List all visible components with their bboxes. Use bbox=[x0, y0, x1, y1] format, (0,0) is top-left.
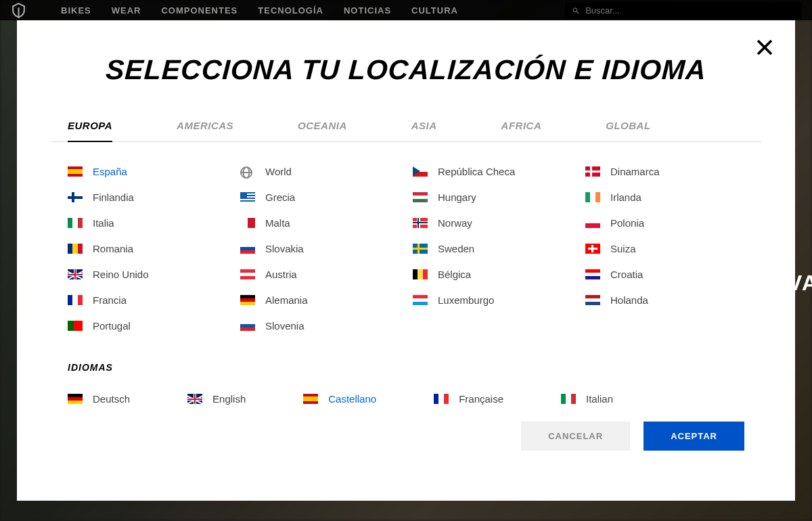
country-label: Croatia bbox=[610, 269, 643, 280]
flag-ro-icon bbox=[68, 244, 83, 254]
nav-noticias[interactable]: NOTICIAS bbox=[344, 5, 391, 16]
accept-button[interactable]: ACEPTAR bbox=[644, 422, 744, 451]
country-label: Slovakia bbox=[265, 243, 304, 254]
lang-label: Française bbox=[459, 393, 503, 405]
modal-title: SELECCIONA TU LOCALIZACIÓN E IDIOMA bbox=[50, 54, 762, 86]
country-option[interactable]: España bbox=[68, 166, 227, 177]
flag-hu-icon bbox=[413, 192, 428, 202]
tab-asia[interactable]: ASIA bbox=[411, 113, 437, 141]
flag-se-icon bbox=[413, 244, 428, 254]
flag-si-icon bbox=[240, 321, 255, 331]
flag-de-icon bbox=[240, 295, 255, 305]
nav-componentes[interactable]: COMPONENTES bbox=[161, 5, 238, 16]
nav-cultura[interactable]: CULTURA bbox=[411, 5, 458, 16]
country-option[interactable]: Polonia bbox=[585, 217, 744, 229]
country-option[interactable]: Norway bbox=[413, 217, 572, 229]
flag-fi-icon bbox=[68, 192, 83, 202]
country-label: Suiza bbox=[610, 243, 636, 254]
tab-americas[interactable]: AMERICAS bbox=[177, 113, 233, 141]
country-option[interactable]: World bbox=[240, 166, 399, 177]
country-option[interactable]: Slovenia bbox=[240, 320, 399, 332]
country-option[interactable]: Hungary bbox=[413, 191, 572, 203]
country-label: Francia bbox=[93, 294, 127, 306]
country-option[interactable]: Malta bbox=[240, 217, 399, 229]
country-label: World bbox=[265, 166, 292, 177]
country-option[interactable]: Romania bbox=[68, 243, 227, 254]
nav-tecnología[interactable]: TECNOLOGÍA bbox=[258, 5, 323, 16]
country-label: Irlanda bbox=[610, 191, 641, 203]
flag-ie-icon bbox=[585, 192, 600, 202]
country-option[interactable]: Italia bbox=[68, 217, 227, 229]
main-nav: BIKESWEARCOMPONENTESTECNOLOGÍANOTICIASCU… bbox=[61, 5, 565, 16]
country-label: Romania bbox=[93, 243, 133, 254]
flag-fr-icon bbox=[68, 295, 83, 305]
country-option[interactable]: Dinamarca bbox=[585, 166, 744, 177]
country-label: Sweden bbox=[438, 243, 474, 254]
lang-option[interactable]: English bbox=[187, 393, 246, 405]
region-tabs: EUROPAAMERICASOCEANIAASIAAFRICAGLOBAL bbox=[51, 113, 761, 142]
tab-europa[interactable]: EUROPA bbox=[68, 113, 112, 142]
country-option[interactable]: Holanda bbox=[585, 294, 744, 306]
nav-bikes[interactable]: BIKES bbox=[61, 5, 91, 16]
country-label: Finlandia bbox=[93, 191, 134, 203]
flag-at-icon bbox=[240, 269, 255, 279]
country-label: Reino Unido bbox=[93, 269, 149, 280]
flag-cz-icon bbox=[413, 166, 428, 177]
country-label: España bbox=[93, 166, 127, 177]
nav-wear[interactable]: WEAR bbox=[112, 5, 141, 16]
country-label: Grecia bbox=[265, 191, 295, 203]
lang-label: Italian bbox=[586, 393, 613, 405]
flag-mt-icon bbox=[240, 218, 255, 228]
country-option[interactable]: Bélgica bbox=[413, 269, 572, 280]
country-option[interactable]: Suiza bbox=[585, 243, 744, 254]
tab-africa[interactable]: AFRICA bbox=[501, 113, 542, 141]
flag-be-icon bbox=[413, 269, 428, 279]
lang-option[interactable]: Française bbox=[434, 393, 503, 405]
flag-it-icon bbox=[68, 218, 83, 228]
country-option[interactable]: Luxemburgo bbox=[413, 294, 572, 306]
flag-globe-icon bbox=[240, 166, 255, 177]
tab-oceania[interactable]: OCEANIA bbox=[298, 113, 347, 141]
country-option[interactable]: Irlanda bbox=[585, 191, 744, 203]
search-input[interactable] bbox=[585, 5, 795, 16]
country-option[interactable]: Slovakia bbox=[240, 243, 399, 254]
lang-option[interactable]: Deutsch bbox=[68, 393, 130, 405]
country-option[interactable]: Portugal bbox=[68, 320, 227, 332]
tab-global[interactable]: GLOBAL bbox=[606, 113, 650, 141]
search-box[interactable] bbox=[565, 2, 802, 19]
country-option[interactable]: Austria bbox=[240, 269, 399, 280]
languages-heading: IDIOMAS bbox=[51, 348, 761, 373]
header: BIKESWEARCOMPONENTESTECNOLOGÍANOTICIASCU… bbox=[0, 0, 812, 20]
country-option[interactable]: Finlandia bbox=[68, 191, 227, 203]
search-icon bbox=[572, 6, 580, 15]
logo-icon[interactable] bbox=[10, 2, 27, 19]
country-label: Alemania bbox=[265, 294, 308, 306]
flag-no-icon bbox=[413, 218, 428, 228]
flag-gr-icon bbox=[240, 192, 255, 202]
country-option[interactable]: Reino Unido bbox=[68, 269, 227, 280]
country-label: Luxemburgo bbox=[438, 294, 494, 306]
country-label: Austria bbox=[265, 269, 297, 280]
country-label: Slovenia bbox=[265, 320, 304, 332]
flag-es-icon bbox=[68, 166, 83, 177]
flag-gb-icon bbox=[187, 394, 202, 404]
country-label: Portugal bbox=[93, 320, 131, 332]
flag-ch-icon bbox=[585, 244, 600, 254]
country-label: Holanda bbox=[610, 294, 648, 306]
lang-option[interactable]: Italian bbox=[561, 393, 613, 405]
flag-es-icon bbox=[303, 394, 318, 404]
country-option[interactable]: Croatia bbox=[585, 269, 744, 280]
country-option[interactable]: Alemania bbox=[240, 294, 399, 306]
country-label: Norway bbox=[438, 217, 472, 229]
flag-de-icon bbox=[68, 394, 83, 404]
locale-modal: SELECCIONA TU LOCALIZACIÓN E IDIOMA EURO… bbox=[17, 20, 795, 501]
country-grid: EspañaWorldRepública ChecaDinamarcaFinla… bbox=[51, 142, 761, 348]
lang-option[interactable]: Castellano bbox=[303, 393, 376, 405]
country-label: Polonia bbox=[610, 217, 644, 229]
country-option[interactable]: Francia bbox=[68, 294, 227, 306]
country-option[interactable]: República Checa bbox=[413, 166, 572, 177]
cancel-button[interactable]: CANCELAR bbox=[521, 422, 630, 451]
country-option[interactable]: Grecia bbox=[240, 191, 399, 203]
country-option[interactable]: Sweden bbox=[413, 243, 572, 254]
lang-label: Deutsch bbox=[93, 393, 130, 405]
